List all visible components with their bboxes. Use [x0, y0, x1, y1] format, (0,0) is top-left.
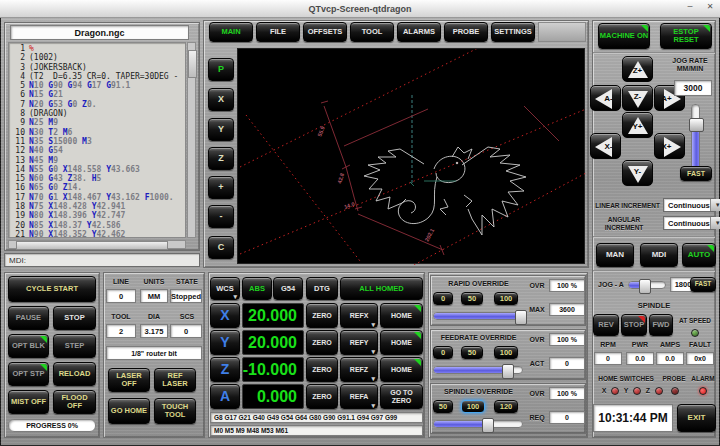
gcode-line[interactable]: 2(1002) [10, 53, 185, 62]
feedrate-override-slider[interactable] [433, 366, 523, 374]
feed-0-button[interactable]: 0 [433, 346, 453, 359]
gcode-vscrollbar[interactable] [187, 42, 196, 238]
jog-a-fast-button[interactable]: FAST [690, 277, 716, 292]
spindle-fwd-button[interactable]: FWD [649, 314, 673, 336]
jog-y-minus-button[interactable]: Y- [622, 160, 653, 186]
ref-z-button[interactable]: REFZ [340, 357, 378, 382]
spindle-120-button[interactable]: 120 [494, 400, 518, 413]
angular-increment-select[interactable]: Continuous▼ [663, 216, 716, 230]
view-z-button[interactable]: Z [208, 147, 234, 170]
g54-button[interactable]: G54 [273, 277, 303, 300]
machine-on-button[interactable]: MACHINE ON [598, 23, 650, 49]
spindle-override-slider[interactable] [433, 420, 523, 428]
zero-z-button[interactable]: ZERO [306, 357, 338, 382]
gcode-line[interactable]: 12N40 G54 [10, 146, 185, 155]
slider-handle[interactable] [502, 364, 514, 379]
gcode-line[interactable]: 6N15 G21 [10, 90, 185, 99]
touch-tool-button[interactable]: TOUCH TOOL [154, 398, 196, 424]
slider-handle[interactable] [689, 118, 704, 132]
opt-stp-button[interactable]: OPT STP [8, 362, 49, 386]
jog-z-plus-button[interactable]: Z+ [622, 56, 653, 82]
tab-probe[interactable]: PROBE [444, 22, 488, 42]
tab-main[interactable]: MAIN [209, 22, 253, 42]
tab-settings[interactable]: SETTINGS [491, 22, 535, 42]
gcode-line[interactable]: 4(T2 D=6.35 CR=0. TAPER=30DEG - [10, 72, 185, 81]
gcode-hscrollbar[interactable] [8, 240, 186, 249]
opt-blk-button[interactable]: OPT BLK [8, 334, 49, 358]
rapid-100-button[interactable]: 100 [494, 292, 518, 305]
wcs-button[interactable]: WCS [210, 277, 240, 300]
cycle-start-button[interactable]: CYCLE START [8, 276, 96, 302]
title-bar[interactable]: QTvcp-Screen-qtdragon – ✕ [0, 0, 720, 18]
slider-handle[interactable] [515, 310, 527, 325]
view-x-button[interactable]: X [208, 88, 234, 111]
mode-man-button[interactable]: MAN [596, 243, 634, 267]
close-icon[interactable]: ✕ [704, 2, 716, 18]
zero-a-button[interactable]: ZERO [306, 384, 338, 409]
spindle-100-button[interactable]: 100 [461, 400, 485, 413]
gcode-line[interactable]: 16N65 G0 Z14. [10, 183, 185, 192]
minimize-icon[interactable]: – [684, 1, 696, 17]
feed-50-button[interactable]: 50 [461, 346, 483, 359]
slider-handle[interactable] [482, 418, 494, 433]
go-home-button[interactable]: GO HOME [108, 398, 150, 424]
tab-alarms[interactable]: ALARMS [397, 22, 441, 42]
zoom-out-button[interactable]: - [208, 205, 234, 228]
feed-100-button[interactable]: 100 [494, 346, 518, 359]
mdi-input[interactable]: MDI: [4, 253, 200, 267]
spindle-50-button[interactable]: 50 [433, 400, 453, 413]
gcode-line[interactable]: 11N35 S15000 M3 [10, 137, 185, 146]
jog-fast-button[interactable]: FAST [680, 166, 712, 181]
jog-z-minus-button[interactable]: Z- [622, 85, 653, 111]
reload-button[interactable]: RELOAD [53, 362, 96, 386]
zoom-in-button[interactable]: + [208, 176, 234, 199]
home-y-button[interactable]: HOME [380, 330, 423, 355]
flood-button[interactable]: FLOOD OFF [53, 390, 96, 414]
ref-laser-button[interactable]: REF LASER [154, 368, 196, 392]
axis-z-button[interactable]: Z [210, 357, 240, 382]
step-button[interactable]: STEP [53, 334, 96, 358]
stop-button[interactable]: STOP [53, 306, 96, 330]
rapid-50-button[interactable]: 50 [461, 292, 483, 305]
tab-file[interactable]: FILE [256, 22, 300, 42]
dtg-button[interactable]: DTG [306, 277, 338, 300]
jog-a-slider[interactable] [628, 281, 666, 289]
gcode-line[interactable]: 17N70 G1 X148.467 Y43.162 F1000. [10, 193, 185, 202]
all-homed-button[interactable]: ALL HOMED [340, 277, 423, 300]
jog-y-plus-button[interactable]: Y+ [622, 112, 653, 138]
home-z-button[interactable]: HOME [380, 357, 423, 382]
spindle-stop-button[interactable]: STOP [621, 314, 647, 336]
tab-offsets[interactable]: OFFSETS [303, 22, 347, 42]
gcode-line[interactable]: 18N75 X148.428 Y42.941 [10, 202, 185, 211]
gcode-line[interactable]: 20N85 X148.37 Y42.586 [10, 221, 185, 230]
ref-a-button[interactable]: REFA [340, 384, 378, 409]
pause-button[interactable]: PAUSE [8, 306, 49, 330]
mode-auto-button[interactable]: AUTO [682, 243, 716, 267]
zero-x-button[interactable]: ZERO [306, 303, 338, 328]
gcode-line[interactable]: 19N80 X148.396 Y42.747 [10, 211, 185, 220]
laser-button[interactable]: LASER OFF [108, 368, 150, 392]
gcode-line[interactable]: 8(DRAGON) [10, 109, 185, 118]
ref-x-button[interactable]: REFX [340, 303, 378, 328]
estop-reset-button[interactable]: ESTOP RESET [660, 23, 712, 49]
gcode-line[interactable]: 1% [10, 44, 185, 53]
mode-mdi-button[interactable]: MDI [640, 243, 678, 267]
chevron-down-icon[interactable]: ▼ [710, 199, 720, 211]
ref-y-button[interactable]: REFY [340, 330, 378, 355]
go-to-zero-button[interactable]: GO TO ZERO [380, 384, 423, 409]
abs-button[interactable]: ABS [242, 277, 272, 300]
jog-x-plus-button[interactable]: X+ [654, 133, 685, 159]
rapid-override-slider[interactable] [433, 312, 523, 320]
gcode-line[interactable]: 10N30 T2 M6 [10, 128, 185, 137]
slider-handle[interactable] [639, 279, 651, 294]
axis-x-button[interactable]: X [210, 303, 240, 328]
gcode-line[interactable]: 9N25 M9 [10, 118, 185, 127]
view-perspective-button[interactable]: P [208, 58, 234, 81]
clear-plot-button[interactable]: C [208, 236, 234, 259]
tab-tool[interactable]: TOOL [350, 22, 394, 42]
view-y-button[interactable]: Y [208, 118, 234, 141]
home-x-button[interactable]: HOME [380, 303, 423, 328]
axis-a-button[interactable]: A [210, 384, 240, 409]
gcode-line[interactable]: 13N45 M9 [10, 156, 185, 165]
jog-x-minus-button[interactable]: X- [590, 133, 621, 159]
